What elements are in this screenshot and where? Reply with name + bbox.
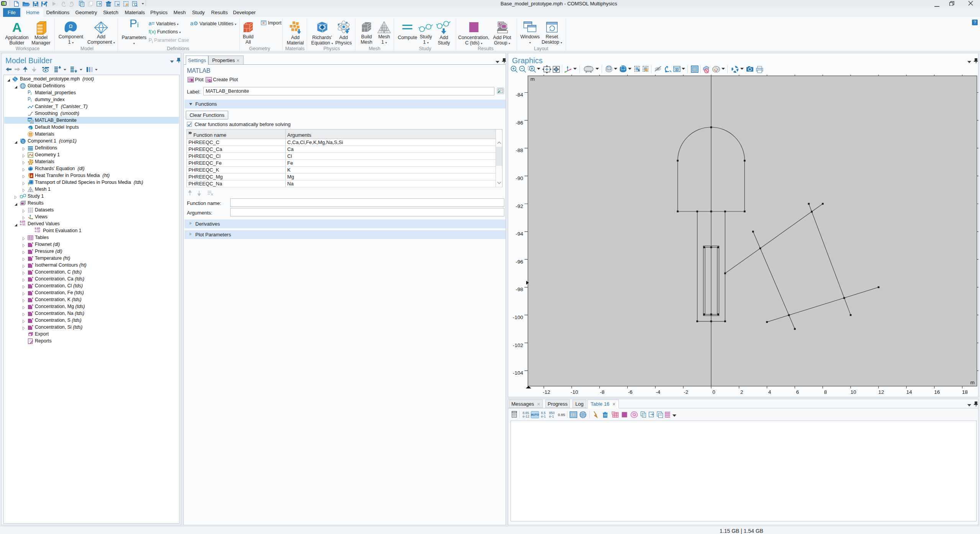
svg-text:-6: -6 xyxy=(628,389,632,395)
svg-text:16: 16 xyxy=(934,389,940,395)
svg-text:-102: -102 xyxy=(513,342,523,348)
svg-text:-98: -98 xyxy=(515,287,523,292)
svg-text:-94: -94 xyxy=(515,231,523,237)
svg-text:-12: -12 xyxy=(543,389,550,395)
svg-text:-100: -100 xyxy=(513,315,523,320)
svg-text:-92: -92 xyxy=(515,203,523,209)
svg-text:10: 10 xyxy=(851,389,856,395)
svg-text:e-1: e-1 xyxy=(549,414,554,418)
svg-text:e-1: e-1 xyxy=(541,414,546,418)
svg-text:-88: -88 xyxy=(515,147,523,153)
svg-text:-96: -96 xyxy=(515,259,523,265)
svg-text:-10: -10 xyxy=(571,389,578,395)
svg-text:AUTO: AUTO xyxy=(531,413,539,416)
svg-text:14: 14 xyxy=(906,389,912,395)
svg-text:-104: -104 xyxy=(513,370,524,376)
svg-text:12: 12 xyxy=(878,389,884,395)
svg-text:0: 0 xyxy=(712,389,715,395)
svg-text:m: m xyxy=(970,380,975,385)
svg-text:m: m xyxy=(530,76,535,82)
svg-text:Ω: Ω xyxy=(22,139,25,143)
svg-text:2: 2 xyxy=(740,389,743,395)
svg-text:-4: -4 xyxy=(656,389,660,395)
svg-text:-90: -90 xyxy=(515,175,523,181)
svg-text:Ω: Ω xyxy=(69,23,73,29)
svg-text:-2: -2 xyxy=(684,389,688,395)
svg-text:18: 18 xyxy=(962,389,968,395)
svg-text:6: 6 xyxy=(796,389,799,395)
svg-text:-84: -84 xyxy=(515,92,523,98)
svg-text:4: 4 xyxy=(768,389,771,395)
svg-text:0.85: 0.85 xyxy=(558,413,565,417)
svg-text:-8: -8 xyxy=(600,389,605,395)
svg-text:e-12: e-12 xyxy=(523,414,530,418)
svg-text:-86: -86 xyxy=(515,120,523,126)
svg-text:8: 8 xyxy=(824,389,827,395)
